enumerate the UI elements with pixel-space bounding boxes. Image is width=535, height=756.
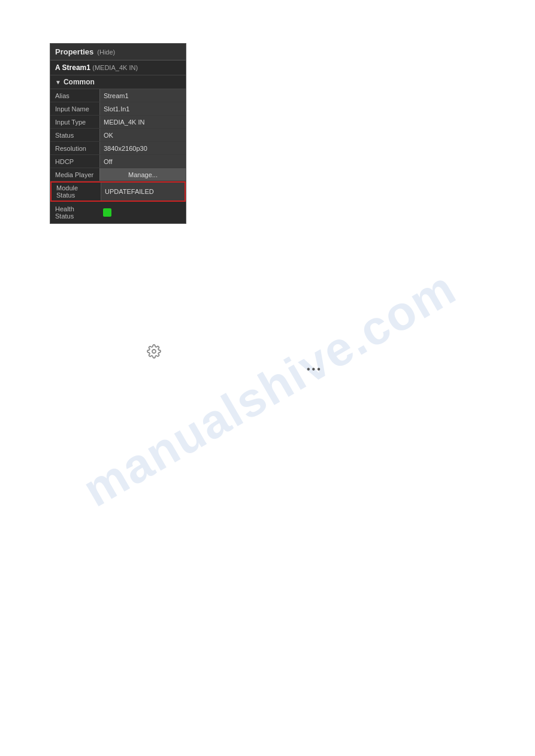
panel-header: Properties (Hide) bbox=[50, 44, 186, 60]
row-media-player: Media Player Manage... bbox=[50, 168, 186, 181]
row-alias: Alias Stream1 bbox=[50, 89, 186, 102]
label-status: Status bbox=[50, 129, 99, 141]
hide-button[interactable]: (Hide) bbox=[97, 48, 115, 56]
row-resolution: Resolution 3840x2160p30 bbox=[50, 142, 186, 155]
properties-panel: Properties (Hide) A Stream1 (MEDIA_4K IN… bbox=[50, 43, 186, 224]
watermark-text: manualshive.com bbox=[74, 260, 465, 518]
value-resolution: 3840x2160p30 bbox=[99, 142, 186, 154]
row-module-status: Module Status UPDATEFAILED bbox=[50, 181, 186, 202]
label-alias: Alias bbox=[50, 89, 99, 102]
label-input-name: Input Name bbox=[50, 102, 99, 115]
label-hdcp: HDCP bbox=[50, 155, 99, 168]
value-input-name: Slot1.In1 bbox=[99, 102, 186, 115]
row-input-type: Input Type MEDIA_4K IN bbox=[50, 116, 186, 129]
health-indicator bbox=[103, 208, 111, 217]
gear-icon[interactable] bbox=[147, 344, 161, 359]
value-status: OK bbox=[99, 129, 186, 141]
panel-title: Properties bbox=[55, 47, 93, 56]
value-input-type: MEDIA_4K IN bbox=[99, 116, 186, 128]
stream-name: A Stream1 bbox=[55, 63, 90, 72]
label-input-type: Input Type bbox=[50, 116, 99, 128]
ellipsis-icon[interactable]: ••• bbox=[307, 364, 322, 375]
stream-title: A Stream1 (MEDIA_4K IN) bbox=[50, 60, 186, 75]
value-alias[interactable]: Stream1 bbox=[99, 89, 186, 102]
value-module-status: UPDATEFAILED bbox=[101, 183, 185, 201]
section-label: Common bbox=[64, 78, 95, 86]
value-hdcp: Off bbox=[99, 155, 186, 168]
row-health-status: Health Status bbox=[50, 202, 186, 223]
section-arrow: ▼ bbox=[55, 79, 61, 86]
stream-type: (MEDIA_4K IN) bbox=[92, 64, 138, 71]
label-health-status: Health Status bbox=[50, 204, 99, 221]
label-resolution: Resolution bbox=[50, 142, 99, 154]
svg-point-0 bbox=[152, 350, 156, 353]
section-common[interactable]: ▼ Common bbox=[50, 75, 186, 89]
row-status: Status OK bbox=[50, 129, 186, 142]
row-hdcp: HDCP Off bbox=[50, 155, 186, 168]
manage-button[interactable]: Manage... bbox=[99, 168, 186, 181]
label-media-player: Media Player bbox=[50, 168, 99, 181]
row-input-name: Input Name Slot1.In1 bbox=[50, 102, 186, 116]
label-module-status: Module Status bbox=[52, 183, 101, 201]
